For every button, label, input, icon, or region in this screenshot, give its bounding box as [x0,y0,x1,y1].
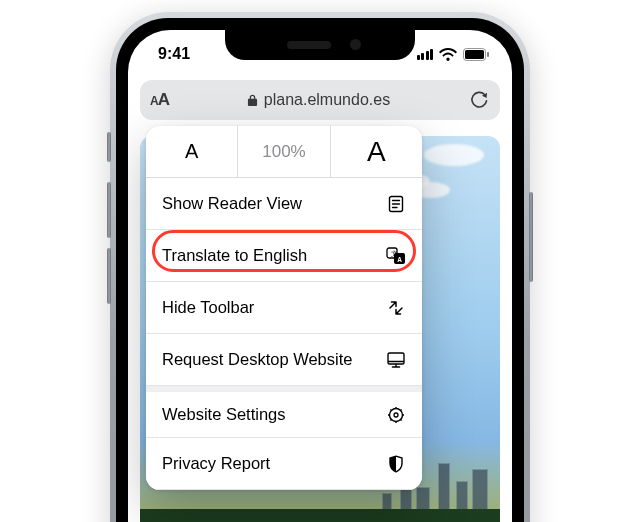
battery-icon [463,48,490,61]
desktop-icon [386,350,406,370]
gear-icon [386,405,406,425]
menu-item-label: Privacy Report [162,454,270,473]
menu-item-privacy[interactable]: Privacy Report [146,438,422,490]
menu-item-reader[interactable]: Show Reader View [146,178,422,230]
svg-line-22 [400,419,401,420]
zoom-level[interactable]: 100% [237,126,330,177]
svg-line-23 [400,409,401,410]
notch [225,30,415,60]
menu-item-translate[interactable]: Translate to English 文A [146,230,422,282]
zoom-out-button[interactable]: A [146,126,237,177]
url-bar[interactable]: AA plana.elmundo.es [140,80,500,120]
svg-text:A: A [397,255,402,262]
zoom-segment: A 100% A [146,126,422,178]
screen: 9:41 AA plana.elmundo.es [128,30,512,522]
svg-rect-2 [487,52,489,57]
zoom-in-button[interactable]: A [331,126,422,177]
status-time: 9:41 [158,45,190,63]
menu-item-label: Hide Toolbar [162,298,254,317]
wifi-icon [439,48,457,61]
svg-line-21 [390,409,391,410]
svg-rect-11 [388,353,404,364]
url-text: plana.elmundo.es [264,91,390,109]
aa-popover: A 100% A Show Reader View Tr [146,126,422,490]
svg-line-24 [390,419,391,420]
svg-rect-1 [465,50,484,59]
expand-icon [386,298,406,318]
aa-button[interactable]: AA [150,90,169,110]
menu-item-hide-toolbar[interactable]: Hide Toolbar [146,282,422,334]
menu-item-settings[interactable]: Website Settings [146,386,422,438]
reload-icon[interactable] [468,89,490,111]
iphone-frame: 9:41 AA plana.elmundo.es [110,12,530,522]
menu-item-desktop[interactable]: Request Desktop Website [146,334,422,386]
svg-point-16 [394,413,398,417]
url-display[interactable]: plana.elmundo.es [169,91,468,109]
translate-icon: 文A [386,246,406,266]
reader-icon [386,194,406,214]
menu-item-label: Website Settings [162,405,286,424]
menu-item-label: Translate to English [162,246,307,265]
menu-item-label: Show Reader View [162,194,302,213]
shield-icon [386,454,406,474]
lock-icon [247,94,258,107]
menu-item-label: Request Desktop Website [162,350,352,369]
cellular-icon [417,49,434,60]
